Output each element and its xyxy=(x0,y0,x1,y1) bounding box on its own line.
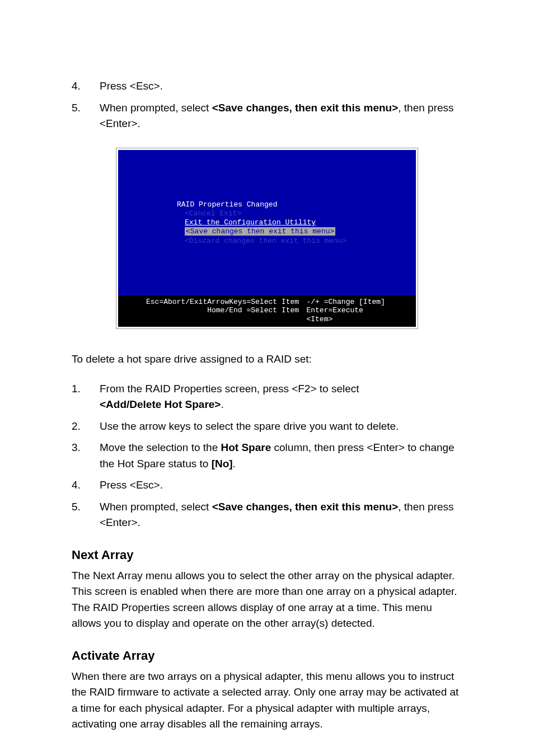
text-prefix: From the RAID Properties screen, press <… xyxy=(100,383,359,395)
steps-delete-list: 1. From the RAID Properties screen, pres… xyxy=(72,381,462,531)
bios-footer-col3: -/+ =Change [Item] Enter=Execute <Item> xyxy=(306,298,388,324)
bios-footer-change: -/+ =Change [Item] xyxy=(306,298,388,307)
text-bold: <Save changes, then exit this menu> xyxy=(212,501,399,513)
bios-option-discard: <Discard changes then exit this menu> xyxy=(177,237,416,246)
bios-footer-esc: Esc=Abort/Exit xyxy=(146,298,207,307)
step-text: Press <Esc>. xyxy=(100,78,462,95)
step-number: 3. xyxy=(72,440,100,472)
bios-option-exit-util: Exit the Configuration Utility xyxy=(177,218,416,227)
text-b2: [No] xyxy=(212,458,233,469)
delete-step-1: 1. From the RAID Properties screen, pres… xyxy=(72,381,462,413)
text-p1: Move the selection to the xyxy=(100,442,221,453)
step-text: From the RAID Properties screen, press <… xyxy=(100,381,462,413)
bios-footer-home: Home/End =Select Item xyxy=(207,306,306,315)
step-4-top: 4. Press <Esc>. xyxy=(72,78,462,95)
text-p3: . xyxy=(233,458,236,469)
bios-option-save-exit: <Save changes then exit this menu> xyxy=(177,227,416,236)
delete-step-4: 4. Press <Esc>. xyxy=(72,477,462,494)
next-array-body: The Next Array menu allows you to select… xyxy=(72,568,462,632)
activate-array-title: Activate Array xyxy=(72,649,462,663)
steps-top-list: 4. Press <Esc>. 5. When prompted, select… xyxy=(72,78,462,132)
step-text: Press <Esc>. xyxy=(100,477,462,494)
step-text: Move the selection to the Hot Spare colu… xyxy=(100,440,462,472)
text-prefix: When prompted, select xyxy=(100,501,212,513)
text-prefix: When prompted, select xyxy=(100,102,212,114)
text-bold: <Add/Delete Hot Spare> xyxy=(100,398,221,410)
text-suffix: . xyxy=(221,398,223,410)
bios-title: RAID Properties Changed xyxy=(177,200,416,209)
bios-option-cancel: <Cancel Exit> xyxy=(177,209,416,218)
step-number: 5. xyxy=(72,100,100,132)
step-5-top: 5. When prompted, select <Save changes, … xyxy=(72,100,462,132)
delete-step-2: 2. Use the arrow keys to select the spar… xyxy=(72,419,462,435)
step-text: When prompted, select <Save changes, the… xyxy=(100,499,462,531)
text-bold: <Save changes, then exit this menu> xyxy=(212,102,399,114)
delete-intro: To delete a hot spare drive assigned to … xyxy=(72,351,462,368)
bios-footer-col2: ArrowKeys=Select Item Home/End =Select I… xyxy=(207,298,306,324)
step-number: 5. xyxy=(72,499,100,531)
bios-footer: Esc=Abort/Exit ArrowKeys=Select Item Hom… xyxy=(118,295,416,327)
step-number: 4. xyxy=(72,78,100,95)
delete-step-5: 5. When prompted, select <Save changes, … xyxy=(72,499,462,531)
bios-blue-panel: RAID Properties Changed <Cancel Exit> Ex… xyxy=(118,150,416,295)
bios-screenshot: RAID Properties Changed <Cancel Exit> Ex… xyxy=(116,148,418,330)
step-text: Use the arrow keys to select the spare d… xyxy=(100,419,462,435)
activate-array-body: When there are two arrays on a physical … xyxy=(72,669,462,732)
delete-step-3: 3. Move the selection to the Hot Spare c… xyxy=(72,440,462,472)
step-number: 4. xyxy=(72,477,100,494)
next-array-title: Next Array xyxy=(72,548,462,562)
step-text: When prompted, select <Save changes, the… xyxy=(100,100,462,132)
bios-footer-enter: Enter=Execute <Item> xyxy=(306,306,388,323)
screenshot-inner: RAID Properties Changed <Cancel Exit> Ex… xyxy=(118,150,416,327)
bios-footer-arrow: ArrowKeys=Select Item xyxy=(207,298,306,307)
bios-highlighted-text: <Save changes then exit this menu> xyxy=(185,227,335,236)
step-number: 1. xyxy=(72,381,100,413)
text-b1: Hot Spare xyxy=(221,442,271,453)
bios-footer-col1: Esc=Abort/Exit xyxy=(146,298,207,324)
step-number: 2. xyxy=(72,419,100,435)
